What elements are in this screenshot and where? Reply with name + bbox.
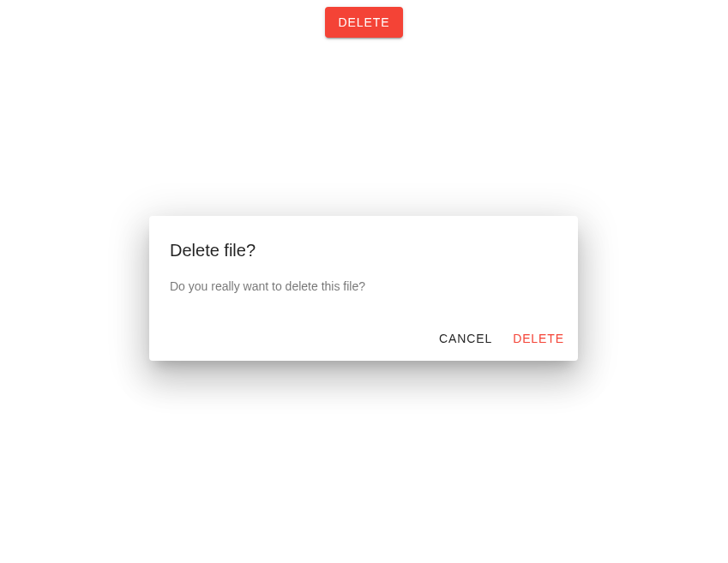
dialog-actions: Cancel Delete [149, 316, 578, 361]
confirm-dialog: Delete file? Do you really want to delet… [149, 216, 578, 361]
cancel-button[interactable]: Cancel [432, 323, 499, 354]
delete-button[interactable]: Delete [325, 7, 404, 38]
top-button-container: Delete [0, 7, 728, 38]
dialog-message: Do you really want to delete this file? [149, 264, 578, 316]
confirm-delete-button[interactable]: Delete [506, 323, 571, 354]
dialog-title: Delete file? [149, 216, 578, 264]
